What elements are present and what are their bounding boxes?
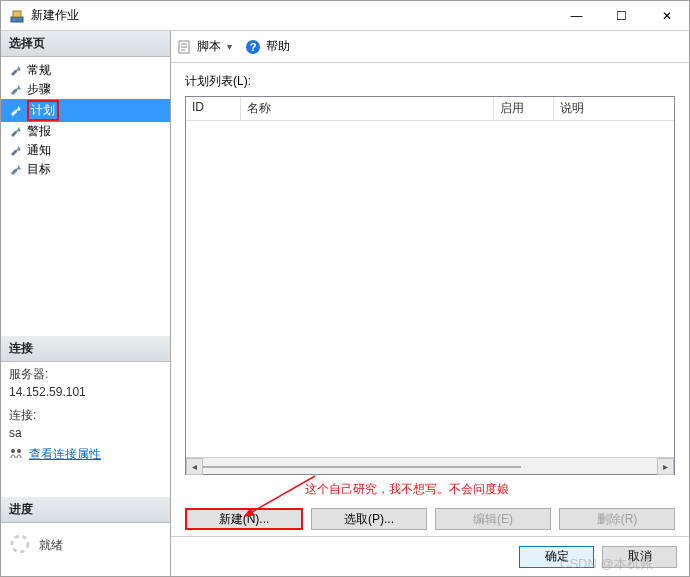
progress-block: 就绪	[1, 523, 170, 576]
close-button[interactable]: ✕	[644, 1, 689, 31]
toolbar: 脚本 ▾ ? 帮助	[171, 31, 689, 63]
new-button[interactable]: 新建(N)...	[185, 508, 303, 530]
script-label[interactable]: 脚本	[197, 38, 221, 55]
connection-header: 连接	[1, 336, 170, 362]
script-icon	[177, 40, 191, 54]
sidebar-item-notify[interactable]: 通知	[1, 141, 170, 160]
main-panel: 脚本 ▾ ? 帮助 计划列表(L): ID 名称 启用 说明 ◂	[171, 31, 689, 576]
progress-header: 进度	[1, 497, 170, 523]
scroll-left-arrow[interactable]: ◂	[186, 458, 203, 475]
button-row: 新建(N)... 选取(P)... 编辑(E) 删除(R)	[185, 502, 675, 530]
help-icon: ?	[246, 40, 260, 54]
content-area: 计划列表(L): ID 名称 启用 说明 ◂ ▸ 这个自己研究，我	[171, 63, 689, 536]
sidebar-item-label: 通知	[27, 142, 51, 159]
svg-point-2	[11, 449, 15, 453]
wrench-icon	[9, 125, 23, 139]
app-icon	[9, 8, 25, 24]
wrench-icon	[9, 104, 23, 118]
highlight-box: 计划	[27, 100, 59, 121]
svg-rect-1	[13, 11, 21, 17]
progress-status: 就绪	[39, 537, 63, 554]
minimize-button[interactable]: —	[554, 1, 599, 31]
connection-icon	[9, 446, 23, 463]
sidebar-item-label: 常规	[27, 62, 51, 79]
annotation-text: 这个自己研究，我不想写。不会问度娘	[305, 481, 675, 498]
svg-point-4	[12, 536, 28, 552]
svg-rect-0	[11, 17, 23, 22]
dialog-window: 新建作业 — ☐ ✕ 选择页 常规 步骤 计划	[0, 0, 690, 577]
list-label: 计划列表(L):	[185, 73, 675, 90]
table-header: ID 名称 启用 说明	[186, 97, 674, 121]
pick-button[interactable]: 选取(P)...	[311, 508, 427, 530]
cancel-button[interactable]: 取消	[602, 546, 677, 568]
delete-button[interactable]: 删除(R)	[559, 508, 675, 530]
server-value: 14.152.59.101	[9, 385, 162, 399]
view-connection-link[interactable]: 查看连接属性	[29, 446, 101, 463]
col-id[interactable]: ID	[186, 97, 241, 120]
dialog-body: 选择页 常规 步骤 计划 警报	[1, 31, 689, 576]
sidebar-item-target[interactable]: 目标	[1, 160, 170, 179]
nav-list: 常规 步骤 计划 警报 通知	[1, 57, 170, 183]
col-name[interactable]: 名称	[241, 97, 494, 120]
sidebar-item-label: 目标	[27, 161, 51, 178]
sidebar-item-alerts[interactable]: 警报	[1, 122, 170, 141]
scroll-right-arrow[interactable]: ▸	[657, 458, 674, 475]
sidebar-item-label: 计划	[31, 103, 55, 117]
sidebar-item-general[interactable]: 常规	[1, 61, 170, 80]
dialog-footer: 确定 取消	[171, 536, 689, 576]
conn-label: 连接:	[9, 407, 162, 424]
wrench-icon	[9, 144, 23, 158]
sidebar-item-label: 步骤	[27, 81, 51, 98]
progress-spinner-icon	[9, 533, 31, 558]
col-enabled[interactable]: 启用	[494, 97, 554, 120]
edit-button[interactable]: 编辑(E)	[435, 508, 551, 530]
sidebar-header: 选择页	[1, 31, 170, 57]
sidebar-item-steps[interactable]: 步骤	[1, 80, 170, 99]
sidebar-item-label: 警报	[27, 123, 51, 140]
ok-button[interactable]: 确定	[519, 546, 594, 568]
sidebar: 选择页 常规 步骤 计划 警报	[1, 31, 171, 576]
dropdown-arrow-icon[interactable]: ▾	[227, 41, 232, 52]
conn-value: sa	[9, 426, 162, 440]
connection-block: 服务器: 14.152.59.101 连接: sa 查看连接属性	[1, 362, 170, 467]
wrench-icon	[9, 83, 23, 97]
window-title: 新建作业	[31, 7, 554, 24]
wrench-icon	[9, 64, 23, 78]
sidebar-item-schedule[interactable]: 计划	[1, 99, 170, 122]
svg-point-3	[17, 449, 21, 453]
horizontal-scrollbar[interactable]: ◂ ▸	[186, 457, 674, 474]
table-body	[186, 121, 674, 457]
server-label: 服务器:	[9, 366, 162, 383]
maximize-button[interactable]: ☐	[599, 1, 644, 31]
col-desc[interactable]: 说明	[554, 97, 674, 120]
help-label[interactable]: 帮助	[266, 38, 290, 55]
schedule-table[interactable]: ID 名称 启用 说明 ◂ ▸	[185, 96, 675, 475]
wrench-icon	[9, 163, 23, 177]
scroll-thumb[interactable]	[203, 466, 521, 468]
title-bar[interactable]: 新建作业 — ☐ ✕	[1, 1, 689, 31]
window-buttons: — ☐ ✕	[554, 1, 689, 31]
